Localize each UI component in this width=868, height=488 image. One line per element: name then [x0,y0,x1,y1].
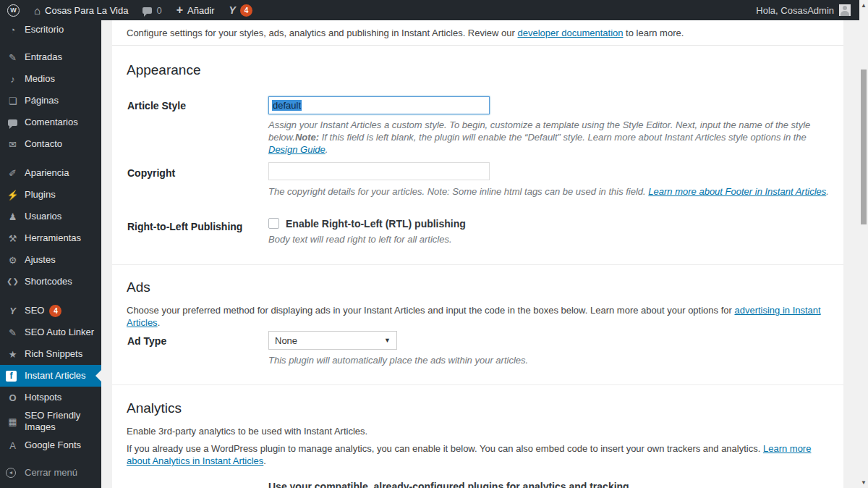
desc-text: . [326,144,328,155]
scroll-up-icon[interactable]: ▲ [859,2,868,9]
sidebar-item-label: Páginas [25,95,59,106]
sidebar-item-seo-auto-linker[interactable]: ✎ SEO Auto Linker [0,321,101,343]
users-icon: ♟ [6,212,20,222]
ads-heading: Ads [127,279,150,295]
tools-icon: ⚒ [6,234,20,243]
sidebar-item-hotspots[interactable]: O Hotspots [0,387,101,408]
para-text: Choose your preferred method for display… [127,305,734,316]
admin-bar: W ⌂ Cosas Para La Vida 0 + Añadir Y 4 Ho… [0,0,859,20]
appearance-heading: Appearance [127,62,200,78]
ad-type-value: None [275,335,297,346]
sidebar-item-apariencia[interactable]: ✐ Apariencia [0,162,101,184]
sidebar-item-instant-articles[interactable]: f Instant Articles [0,365,101,387]
seo-badge: 4 [49,305,61,317]
copyright-description: The copyright details for your articles.… [268,185,840,198]
plugins-icon: ⚡ [6,190,20,200]
sidebar-item-usuarios[interactable]: ♟ Usuarios [0,206,101,227]
sidebar-item-ajustes[interactable]: ⚙ Ajustes [0,249,101,271]
content-area: Configure settings for your styles, ads,… [101,20,859,488]
article-style-label: Article Style [127,100,186,112]
ads-description: Choose your preferred method for display… [127,304,832,329]
desc-text: The copyright details for your articles.… [268,186,648,197]
sidebar-item-label: Instant Articles [25,370,86,382]
sidebar-item-seo-friendly-images[interactable]: ▦ SEO Friendly Images [0,408,101,434]
sidebar-item-label: SEO Friendly Images [25,410,95,433]
new-content-menu[interactable]: + Añadir [169,0,222,20]
footer-learn-more-link[interactable]: Learn more about Footer in Instant Artic… [648,186,826,197]
star-icon: ★ [6,350,20,359]
sidebar-item-comentarios[interactable]: Comentarios [0,112,101,133]
fonts-icon: A [6,441,20,450]
design-guide-link[interactable]: Design Guide [268,144,326,155]
seo-notifications[interactable]: Y 4 [222,0,260,20]
sidebar-item-paginas[interactable]: ❏ Páginas [0,90,101,112]
analytics-p1: Enable 3rd-party analytics to be used wi… [127,425,832,437]
sidebar-item-label: Escritorio [25,24,64,35]
rtl-checkbox[interactable] [268,218,279,229]
article-style-value: default [272,100,302,111]
sidebar-item-label: Medios [25,73,55,85]
para-text: . [158,317,161,328]
vertical-scrollbar[interactable]: ▲ ▼ [859,0,868,488]
sidebar-item-label: Rich Snippets [25,348,82,360]
scrollbar-thumb[interactable] [861,70,867,224]
sidebar-item-label: Hotspots [25,392,61,403]
yoast-icon: Y [229,4,236,16]
sidebar-item-plugins[interactable]: ⚡ Plugins [0,184,101,206]
ad-type-select[interactable]: None ▼ [268,331,397,350]
admin-sidebar: ◔ Escritorio ✎ Entradas ♪ Medios ❏ Págin… [0,20,101,488]
section-divider [112,384,843,385]
sidebar-item-contacto[interactable]: ✉ Contacto [0,133,101,155]
site-name: Cosas Para La Vida [45,5,128,16]
sidebar-item-herramientas[interactable]: ⚒ Herramientas [0,227,101,249]
intro-text: Configure settings for your styles, ads,… [127,28,684,38]
para-text: . [263,455,266,466]
scroll-down-icon[interactable]: ▼ [859,479,868,486]
ad-type-label: Ad Type [127,335,166,347]
facebook-icon: f [6,371,20,382]
add-label: Añadir [187,5,215,16]
comments-shortcut[interactable]: 0 [135,0,169,20]
comments-count: 0 [156,5,161,16]
rtl-checkbox-label: Enable Right-to-Left (RTL) publishing [286,218,466,230]
sidebar-item-label: SEO Auto Linker [25,327,94,338]
contact-icon: ✉ [6,140,20,149]
dashboard-icon: ◔ [6,25,20,35]
sidebar-item-label: Contacto [25,138,62,150]
collapse-icon: ◂ [6,468,20,478]
copyright-input[interactable] [268,162,490,180]
sidebar-item-rich-snippets[interactable]: ★ Rich Snippets [0,343,101,365]
sidebar-item-entradas[interactable]: ✎ Entradas [0,46,101,68]
rtl-description: Body text will read right to left for al… [268,233,775,245]
analytics-heading: Analytics [127,400,182,416]
sidebar-item-label: Usuarios [25,211,61,222]
sidebar-item-google-fonts[interactable]: A Google Fonts [0,434,101,456]
sidebar-item-label: Herramientas [25,232,81,244]
developer-documentation-link[interactable]: developer documentation [518,28,624,38]
section-divider [112,264,843,265]
yoast-icon: Y [6,306,20,316]
copyright-label: Copyright [127,167,175,179]
pin-icon: ✎ [6,328,20,337]
site-name-link[interactable]: ⌂ Cosas Para La Vida [27,0,135,20]
greeting-text: Hola, CosasAdmin [756,5,834,16]
sidebar-item-cerrar-menu[interactable]: ◂ Cerrar menú [0,462,101,484]
sidebar-item-medios[interactable]: ♪ Medios [0,68,101,90]
intro-notice: Configure settings for your styles, ads,… [112,20,843,46]
sidebar-item-label: Comentarios [25,117,78,128]
wp-logo-menu[interactable]: W [0,0,27,20]
para-text: If you already use a WordPress plugin to… [127,443,763,454]
sidebar-item-seo[interactable]: Y SEO 4 [0,300,101,321]
sidebar-item-label: Ajustes [25,254,56,266]
article-style-input[interactable]: default [268,96,490,114]
analytics-p2: If you already use a WordPress plugin to… [127,442,832,467]
sidebar-item-label: Google Fonts [25,439,81,451]
sidebar-item-label: Entradas [25,51,62,63]
sidebar-item-escritorio[interactable]: ◔ Escritorio [0,20,101,39]
sidebar-item-shortcodes[interactable]: ❮❯ Shortcodes [0,271,101,293]
analytics-partial-checkbox-label: Use your compatible, already-configured … [268,481,632,488]
comments-icon [6,118,20,127]
account-menu[interactable]: Hola, CosasAdmin [747,4,859,16]
settings-icon: ⚙ [6,256,20,265]
comment-bubble-icon [142,7,152,14]
